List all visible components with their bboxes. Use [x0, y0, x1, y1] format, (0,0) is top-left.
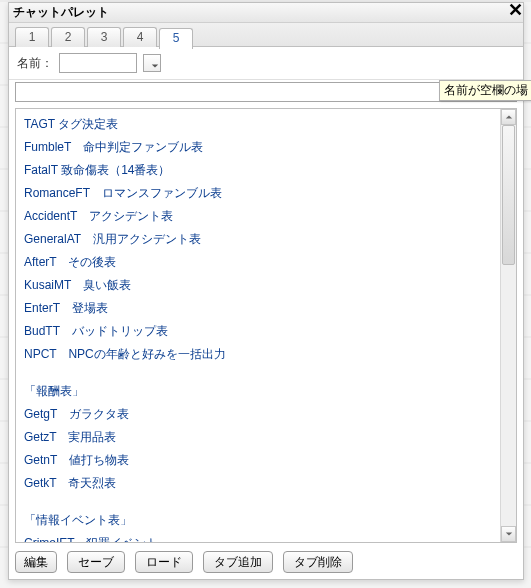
scrollbar	[500, 109, 516, 542]
list-item[interactable]: FatalT 致命傷表（14番表）	[20, 159, 496, 182]
list-item[interactable]: GetnT 値打ち物表	[20, 449, 496, 472]
titlebar: チャットパレット	[9, 3, 523, 23]
list-item[interactable]: 「報酬表」	[20, 380, 496, 403]
list-item[interactable]: EnterT 登場表	[20, 297, 496, 320]
list-item[interactable]: CrimeIET 犯罪イベント	[20, 532, 496, 542]
tab-4[interactable]: 4	[123, 27, 157, 47]
tooltip: 名前が空欄の場	[439, 80, 531, 101]
list-item[interactable]: AccidentT アクシデント表	[20, 205, 496, 228]
scroll-up-button[interactable]	[501, 109, 516, 125]
list-item[interactable]: KusaiMT 臭い飯表	[20, 274, 496, 297]
list-item[interactable]: FumbleT 命中判定ファンブル表	[20, 136, 496, 159]
name-label: 名前：	[17, 55, 53, 72]
list-item[interactable]: TAGT タグ決定表	[20, 113, 496, 136]
save-button[interactable]: セーブ	[67, 551, 125, 573]
chevron-down-icon	[151, 62, 159, 70]
palette-list: TAGT タグ決定表FumbleT 命中判定ファンブル表FatalT 致命傷表（…	[16, 109, 500, 542]
scroll-down-button[interactable]	[501, 526, 516, 542]
scroll-track[interactable]	[501, 125, 516, 526]
chevron-down-icon	[505, 530, 513, 538]
list-item[interactable]: AfterT その後表	[20, 251, 496, 274]
list-item[interactable]: BudTT バッドトリップ表	[20, 320, 496, 343]
list-item[interactable]: GeneralAT 汎用アクシデント表	[20, 228, 496, 251]
list-blank	[20, 495, 496, 509]
list-item[interactable]: GetzT 実用品表	[20, 426, 496, 449]
close-icon[interactable]: ✕	[505, 1, 525, 21]
window-title: チャットパレット	[13, 4, 109, 21]
color-picker-button[interactable]	[143, 54, 161, 72]
load-button[interactable]: ロード	[135, 551, 193, 573]
tab-3[interactable]: 3	[87, 27, 121, 47]
list-item[interactable]: RomanceFT ロマンスファンブル表	[20, 182, 496, 205]
footer: 編集 セーブ ロード タブ追加 タブ削除	[9, 547, 523, 579]
name-input[interactable]	[59, 53, 137, 73]
list-item[interactable]: GetgT ガラクタ表	[20, 403, 496, 426]
delete-tab-button[interactable]: タブ削除	[283, 551, 353, 573]
tab-1[interactable]: 1	[15, 27, 49, 47]
tab-2[interactable]: 2	[51, 27, 85, 47]
list-item[interactable]: 「情報イベント表」	[20, 509, 496, 532]
tab-5[interactable]: 5	[159, 28, 193, 49]
scroll-thumb[interactable]	[502, 125, 515, 265]
list-item[interactable]: NPCT NPCの年齢と好みを一括出力	[20, 343, 496, 366]
list-item[interactable]: GetkT 奇天烈表	[20, 472, 496, 495]
add-tab-button[interactable]: タブ追加	[203, 551, 273, 573]
edit-button[interactable]: 編集	[15, 551, 57, 573]
list-blank	[20, 366, 496, 380]
tabbar: 1 2 3 4 5	[9, 23, 523, 47]
chevron-up-icon	[505, 113, 513, 121]
palette-list-container: TAGT タグ決定表FumbleT 命中判定ファンブル表FatalT 致命傷表（…	[15, 108, 517, 543]
name-row: 名前：	[9, 47, 523, 80]
